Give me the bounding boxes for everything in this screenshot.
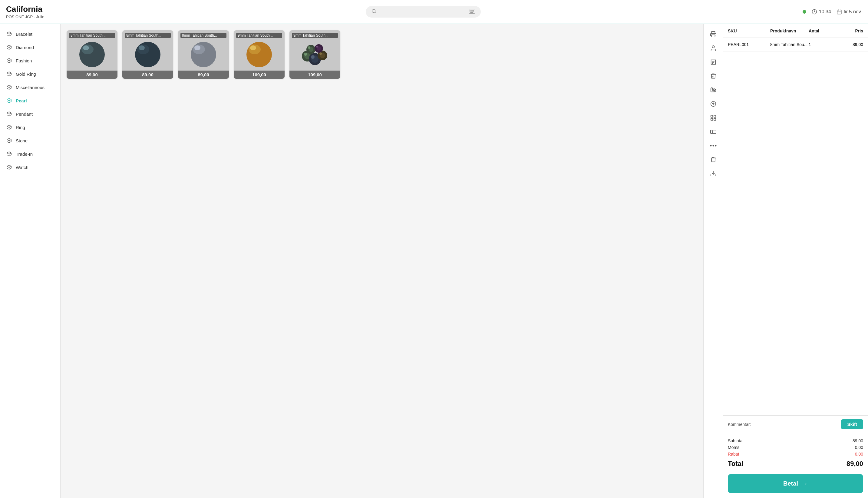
moms-row: Moms 0,00 (728, 444, 863, 451)
app-title: California (6, 4, 44, 14)
coupon-icon-btn[interactable] (707, 126, 720, 138)
svg-rect-60 (710, 130, 716, 134)
date-display: tir 5 nov. (837, 9, 862, 15)
svg-rect-15 (837, 10, 841, 14)
sidebar-item-stone[interactable]: Stone (0, 134, 60, 147)
svg-rect-59 (714, 118, 715, 120)
download-icon-btn[interactable] (707, 167, 720, 180)
product-card-p2[interactable]: 8mm Tahitian South... 89,00 (122, 30, 173, 79)
product-area: 8mm Tahitian South... 89,00 8mm Tahitian… (60, 24, 703, 498)
svg-point-30 (250, 45, 256, 50)
sidebar-item-diamond[interactable]: Diamond (0, 41, 60, 54)
svg-point-19 (79, 42, 105, 67)
svg-point-27 (194, 45, 200, 50)
receipt-icon-btn[interactable] (707, 56, 720, 68)
product-card-p1[interactable]: 8mm Tahitian South... 89,00 (67, 30, 118, 79)
svg-point-45 (316, 46, 318, 48)
sidebar-item-gold-ring[interactable]: Gold Ring (0, 67, 60, 81)
header-pris: Pris (833, 28, 863, 33)
clock-icon (812, 9, 817, 15)
sidebar-item-label-trade-in: Trade-In (16, 152, 33, 157)
svg-point-64 (715, 145, 716, 147)
skift-button[interactable]: Skift (841, 419, 863, 429)
svg-point-63 (713, 145, 714, 147)
svg-rect-58 (710, 118, 713, 120)
sidebar-item-label-watch: Watch (16, 165, 28, 170)
trash-icon-btn[interactable] (707, 153, 720, 166)
sidebar-item-label-gold-ring: Gold Ring (16, 71, 36, 77)
refund-icon-btn[interactable] (707, 97, 720, 110)
sidebar-item-ring[interactable]: Ring (0, 120, 60, 134)
cube-icon-stone (6, 137, 12, 144)
total-value: 89,00 (846, 460, 863, 468)
svg-point-0 (372, 9, 376, 13)
header-sku: SKU (728, 28, 770, 33)
product-price-p3: 89,00 (178, 70, 229, 79)
sidebar-item-pendant[interactable]: Pendant (0, 107, 60, 120)
order-spacer (723, 52, 868, 415)
order-rows-container: PEARL001 8mm Tahitian Sou... 1 89,00 (723, 38, 868, 52)
more-icon-btn[interactable] (707, 139, 720, 152)
topbar: California POS ONE JGP - Julie (0, 0, 868, 24)
print-icon-btn[interactable] (707, 28, 720, 41)
cube-icon-watch (6, 164, 12, 170)
discount-icon-btn[interactable] (707, 83, 720, 96)
comment-label: Kommentar: (728, 422, 838, 427)
product-card-p3[interactable]: 8mm Tahitian South... 89,00 (178, 30, 229, 79)
order-panel: SKU Produktnavn Antal Pris PEARL001 8mm … (723, 24, 868, 498)
total-label: Total (728, 460, 743, 468)
subtotal-value: 89,00 (853, 438, 863, 443)
product-label-p5: 9mm Tahitian South... (292, 33, 338, 38)
sidebar-item-watch[interactable]: Watch (0, 160, 60, 174)
svg-point-33 (304, 53, 307, 56)
pos-info: POS ONE JGP - Julie (6, 15, 44, 19)
delete-icon-btn[interactable] (707, 70, 720, 82)
product-label-p2: 8mm Tahitian South... (125, 33, 171, 38)
sidebar-item-bracelet[interactable]: Bracelet (0, 27, 60, 41)
rabat-value: 0,00 (855, 451, 863, 457)
sidebar-item-label-fashion: Fashion (16, 58, 32, 63)
pay-button[interactable]: Betal → (728, 474, 863, 493)
subtotal-label: Subtotal (728, 438, 743, 443)
row-antal-0: 1 (809, 42, 833, 47)
header-antal: Antal (809, 28, 833, 33)
svg-point-25 (191, 42, 216, 67)
product-price-p1: 89,00 (67, 70, 118, 79)
subtotal-row: Subtotal 89,00 (728, 437, 863, 444)
svg-rect-46 (711, 35, 715, 37)
apps-icon-btn[interactable] (707, 112, 720, 124)
sidebar-item-fashion[interactable]: Fashion (0, 54, 60, 67)
search-bar[interactable] (366, 6, 481, 17)
cube-icon-ring (6, 124, 12, 130)
topbar-center (44, 6, 803, 17)
search-icon (371, 9, 377, 15)
cube-icon-miscellaneous (6, 84, 12, 90)
icon-panel (703, 24, 723, 498)
svg-point-21 (83, 45, 89, 50)
cube-icon-pendant (6, 111, 12, 117)
svg-point-24 (139, 45, 145, 50)
product-price-p4: 109,00 (234, 70, 285, 79)
sidebar-item-trade-in[interactable]: Trade-In (0, 147, 60, 160)
sidebar-item-label-miscellaneous: Miscellaneous (16, 85, 44, 90)
product-card-p4[interactable]: 9mm Tahitian South... 109,00 (234, 30, 285, 79)
table-row[interactable]: PEARL001 8mm Tahitian Sou... 1 89,00 (723, 38, 868, 52)
sidebar-item-label-diamond: Diamond (16, 45, 34, 50)
row-pris-0: 89,00 (833, 42, 863, 47)
search-input[interactable] (380, 9, 466, 15)
grand-total-row: Total 89,00 (728, 459, 863, 469)
comment-row: Kommentar: Skift (723, 415, 868, 433)
product-price-p2: 89,00 (122, 70, 173, 79)
cube-icon-bracelet (6, 31, 12, 37)
svg-point-62 (710, 145, 711, 147)
svg-line-1 (375, 12, 376, 13)
cube-icon-pearl (6, 97, 12, 104)
online-status-dot (803, 10, 806, 14)
sidebar-item-miscellaneous[interactable]: Miscellaneous (0, 81, 60, 94)
product-label-p3: 8mm Tahitian South... (180, 33, 227, 38)
cube-icon-gold-ring (6, 71, 12, 77)
customer-icon-btn[interactable] (707, 42, 720, 54)
product-card-p5[interactable]: 9mm Tahitian South... 109,00 (289, 30, 340, 79)
header-produktnavn: Produktnavn (770, 28, 809, 33)
sidebar-item-pearl[interactable]: Pearl (0, 94, 60, 107)
